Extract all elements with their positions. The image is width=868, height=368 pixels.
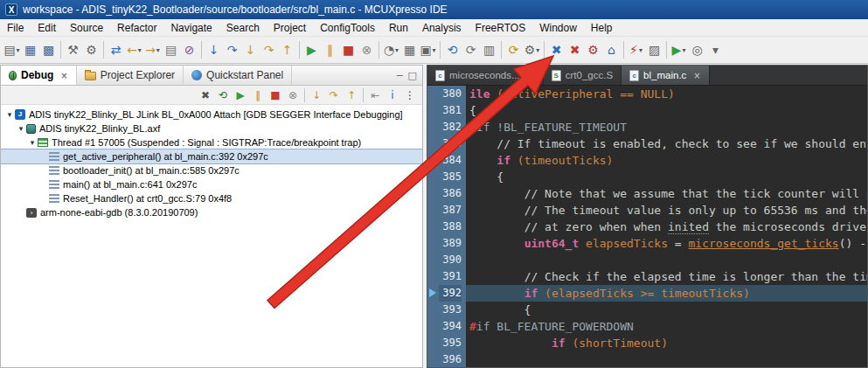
search-button[interactable]: ◎ [688,39,706,60]
line-number[interactable]: 386 [439,185,462,202]
step-into-button[interactable]: ↓ [308,87,325,104]
step-over-button[interactable]: ↷ [325,87,343,104]
chevron-down-icon[interactable]: ▾ [138,46,142,54]
menu-analysis[interactable]: Analysis [415,20,469,36]
restart-debug-button[interactable]: ⟲ [443,39,462,60]
code-line[interactable]: { [466,169,867,185]
chevron-down-icon[interactable]: ▾ [17,46,20,54]
line-number[interactable]: 392 [439,285,462,302]
forward-button[interactable]: →▾ [143,39,162,60]
menu-edit[interactable]: Edit [31,20,63,36]
line-number[interactable]: 395 [439,335,462,351]
menu-source[interactable]: Source [63,20,110,36]
chevron-down-icon[interactable]: ▾ [395,46,399,54]
suspend-button[interactable]: ∥ [249,87,267,104]
terminate-build-button[interactable]: ✖ [547,39,566,60]
code-line[interactable]: { [466,102,867,119]
chevron-down-icon[interactable]: ▾ [433,46,436,54]
gdb-process-row[interactable]: ›arm-none-eabi-gdb (8.3.0.20190709) [1,205,422,219]
line-number[interactable]: 380 [439,86,462,102]
close-icon[interactable]: × [693,71,700,80]
console-button[interactable]: ▣▾ [419,39,437,60]
line-number[interactable]: 381 [439,102,462,119]
editor-body[interactable]: 3803813823833843853863873883893903913923… [427,86,867,367]
line-number-gutter[interactable]: 3803813823833843853863873883893903913923… [439,86,466,367]
menu-navigate[interactable]: Navigate [163,20,219,36]
code-line[interactable]: if (elapsedTicks >= timeoutTicks) [466,285,867,302]
home-button[interactable]: ⌂ [602,39,621,60]
stack-frame-row[interactable]: bootloader_init() at bl_main.c:585 0x297… [1,163,422,177]
line-number[interactable]: 390 [439,252,462,268]
settings-button[interactable]: ⚙▾ [523,39,541,60]
close-icon[interactable]: × [60,71,67,80]
code-line[interactable]: ile (activePeripheral == NULL) [466,86,867,102]
menu-help[interactable]: Help [584,20,620,36]
resume-button[interactable]: ▶ [232,87,249,104]
thread-row[interactable]: ▾Thread #1 57005 (Suspended : Signal : S… [1,135,422,149]
disconnect-button[interactable]: ⊗ [358,39,376,60]
terminate-launch-button[interactable]: ✖ [566,39,584,60]
menu-refactor[interactable]: Refactor [110,20,163,36]
code-line[interactable]: // If timeout is enabled, check to see i… [466,135,867,152]
chevron-down-icon[interactable]: ▾ [536,46,539,54]
editor-tab-crt0-gcc[interactable]: Scrt0_gcc.S [544,66,621,85]
menu-configtools[interactable]: ConfigTools [313,20,382,36]
code-line[interactable]: if (timeoutTicks) [466,152,867,169]
line-number[interactable]: 388 [439,219,462,235]
resume-button[interactable]: ▶ [302,39,321,60]
step-return-button[interactable]: ↑ [278,39,296,60]
stack-frame-row[interactable]: Reset_Handler() at crt0_gcc.S:79 0x4f8 [1,191,422,205]
flash-erase-button[interactable]: ▨ [645,39,663,60]
terminate-all-button[interactable]: ⊘ [180,39,198,60]
instruction-stepping-button[interactable]: i [384,87,401,104]
code-line[interactable]: uint64_t elapsedTicks = microseconds_get… [466,235,867,252]
line-number[interactable]: 387 [439,202,462,219]
flash-program-button[interactable]: ⚡▾ [627,39,645,60]
run-button[interactable]: ▶▾ [670,39,688,60]
step-return-button[interactable]: ↑ [343,87,360,104]
line-number[interactable]: 394 [439,318,462,335]
open-type-button[interactable]: ▤ [162,39,180,60]
code-line[interactable]: { [466,302,867,318]
chevron-down-icon[interactable]: ▾ [156,46,160,54]
menu-window[interactable]: Window [532,20,584,36]
chevron-down-icon[interactable]: ▾ [639,46,642,54]
terminate-button[interactable]: ■ [339,39,358,60]
restart-button[interactable]: ⟲ [214,87,232,104]
tab-quickstart[interactable]: Quickstart Panel [184,66,292,85]
line-number[interactable]: 393 [439,302,462,318]
maximize-view-icon[interactable]: □ [408,70,417,81]
code-line[interactable]: #if !BL_FEATURE_TIMEOUT [466,119,867,135]
cleanup-debug-button[interactable]: ⚙ [584,39,602,60]
step-into-instruction-button[interactable]: ↓ [205,39,223,60]
debug-config-button[interactable]: ⚙ [82,39,101,60]
code-line[interactable]: #if BL_FEATURE_POWERDOWN [466,318,867,335]
more-button[interactable]: ▾ [706,39,725,60]
drop-to-frame-button[interactable]: ⇤ [366,87,384,104]
profile-button[interactable]: ◔▾ [382,39,400,60]
memory-button[interactable]: ▦ [400,39,419,60]
line-number[interactable]: 384 [439,152,462,169]
reset-button[interactable]: ⟳ [504,39,523,60]
debug-target-row[interactable]: ▾ADIS tinyK22_Blinky_BL.axf [1,122,422,135]
debug-session-row[interactable]: ▾JADIS tinyK22_Blinky_BL JLink BL_0xA000… [1,108,422,122]
menu-project[interactable]: Project [267,20,313,36]
step-into-button[interactable]: ↓ [241,39,260,60]
editor-tab-bl-main[interactable]: cbl_main.c× [621,66,710,85]
menu-freertos[interactable]: FreeRTOS [469,20,533,36]
step-over-button[interactable]: ↷ [260,39,278,60]
code-line[interactable] [466,252,867,268]
code-area[interactable]: ile (activePeripheral == NULL){#if !BL_F… [466,86,867,367]
terminate-button[interactable]: ■ [267,87,284,104]
line-number[interactable]: 385 [439,169,462,185]
code-line[interactable]: // Check if the elapsed time is longer t… [466,268,867,285]
refresh-views-button[interactable]: ⟳ [462,39,480,60]
line-number[interactable]: 396 [439,351,462,367]
disconnect-button[interactable]: ⊗ [284,87,302,104]
suspend-button[interactable]: ∥ [321,39,339,60]
line-number[interactable]: 383 [439,135,462,152]
chevron-down-icon[interactable]: ▾ [682,46,685,54]
registers-button[interactable]: ▥ [480,39,498,60]
step-over-instruction-button[interactable]: ↷ [223,39,241,60]
save-button[interactable]: ▦ [21,39,39,60]
